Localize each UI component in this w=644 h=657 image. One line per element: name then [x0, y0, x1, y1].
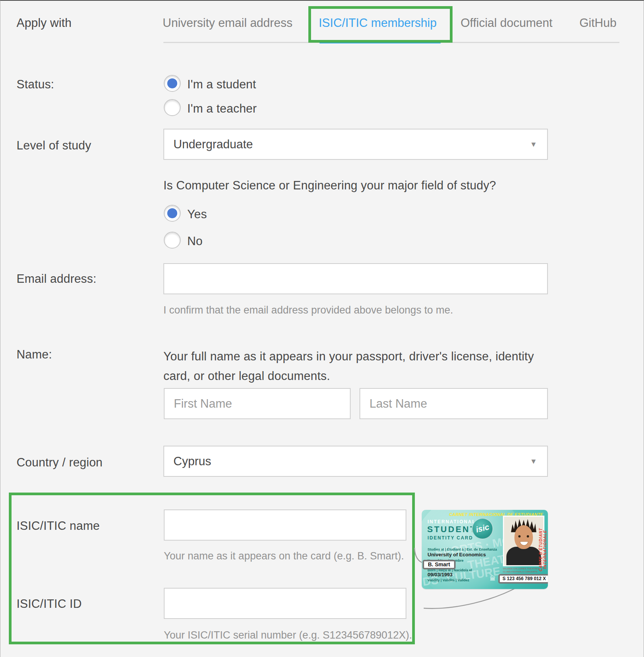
- isic-globe-logo: isic: [472, 518, 493, 539]
- radio-teacher[interactable]: [164, 99, 181, 116]
- tab-github[interactable]: GitHub: [579, 16, 616, 30]
- tab-official-document[interactable]: Official document: [461, 16, 552, 30]
- email-field[interactable]: [163, 263, 548, 294]
- card-name-highlight-box: B. Smart: [423, 560, 456, 569]
- card-line-student: STUDENT: [427, 524, 476, 534]
- isic-name-label: ISIC/ITIC name: [17, 519, 100, 533]
- email-label: Email address:: [17, 272, 97, 286]
- isic-logo-text: isic: [472, 521, 493, 535]
- radio-dot: [167, 208, 177, 218]
- isic-id-hint: Your ISIC/ITIC serial number (e.g. S1234…: [164, 629, 412, 641]
- level-of-study-value: Undergraduate: [173, 138, 253, 151]
- radio-student-label[interactable]: I'm a student: [187, 78, 256, 91]
- unesco-icon: 🏛: [490, 575, 496, 582]
- photo-eye: [527, 535, 529, 538]
- isic-id-field[interactable]: [164, 588, 406, 619]
- photo-smile: [520, 541, 528, 546]
- status-label: Status:: [17, 78, 54, 91]
- radio-major-no-label[interactable]: No: [187, 234, 203, 248]
- photo-eye: [518, 535, 521, 538]
- isic-id-label: ISIC/ITIC ID: [17, 597, 82, 611]
- chevron-down-icon: ▼: [530, 457, 537, 466]
- card-studies-label: Studies at | Étudiant à | Est. de Enseña…: [428, 548, 497, 551]
- isic-name-hint: Your name as it appears on the card (e.g…: [164, 550, 404, 562]
- radio-major-yes-label[interactable]: Yes: [187, 207, 207, 221]
- radio-major-no[interactable]: [164, 232, 181, 249]
- last-name-field[interactable]: [359, 388, 548, 419]
- first-name-field[interactable]: [164, 388, 351, 419]
- country-region-select[interactable]: Cyprus ▼: [163, 446, 548, 477]
- level-of-study-select[interactable]: Undergraduate ▼: [163, 129, 548, 160]
- card-university: University of Economics: [428, 552, 486, 557]
- apply-with-label: Apply with: [17, 16, 72, 30]
- card-line-international: INTERNATIONAL: [428, 519, 476, 524]
- tab-university-email[interactable]: University email address: [163, 16, 293, 30]
- annotation-box-tab: [308, 6, 453, 43]
- photo-face: [514, 525, 533, 549]
- country-region-label: Country / region: [17, 456, 103, 470]
- major-question-text: Is Computer Science or Engineering your …: [163, 179, 496, 192]
- isic-name-field[interactable]: [164, 509, 406, 541]
- radio-teacher-label[interactable]: I'm a teacher: [187, 102, 257, 116]
- student-application-form: Apply with University email address ISIC…: [0, 0, 644, 657]
- card-side-text: CARTE D'ÉTUDIANT INTERNATIONALE: [539, 510, 547, 589]
- callout-line-id: [424, 587, 518, 609]
- name-label: Name:: [17, 348, 52, 362]
- country-region-value: Cyprus: [173, 455, 211, 468]
- name-description: Your full name as it appears in your pas…: [163, 347, 552, 386]
- photo-shirt: [506, 547, 541, 566]
- student-photo: [503, 516, 544, 566]
- card-validity-label: Validity | Validité | Validez: [428, 578, 469, 582]
- radio-student[interactable]: [164, 75, 181, 92]
- isic-sample-card-image: SPORTS · MOVIES THEATRES · CULTURE DS CA…: [422, 510, 548, 589]
- email-confirm-note: I confirm that the email address provide…: [163, 304, 453, 316]
- chevron-down-icon: ▼: [530, 140, 537, 149]
- card-birth-date: 09/03/1993: [428, 572, 453, 577]
- level-of-study-label: Level of study: [17, 139, 91, 153]
- radio-major-yes[interactable]: [164, 205, 181, 222]
- card-line-identity: IDENTITY CARD: [428, 535, 473, 541]
- radio-dot: [167, 78, 177, 88]
